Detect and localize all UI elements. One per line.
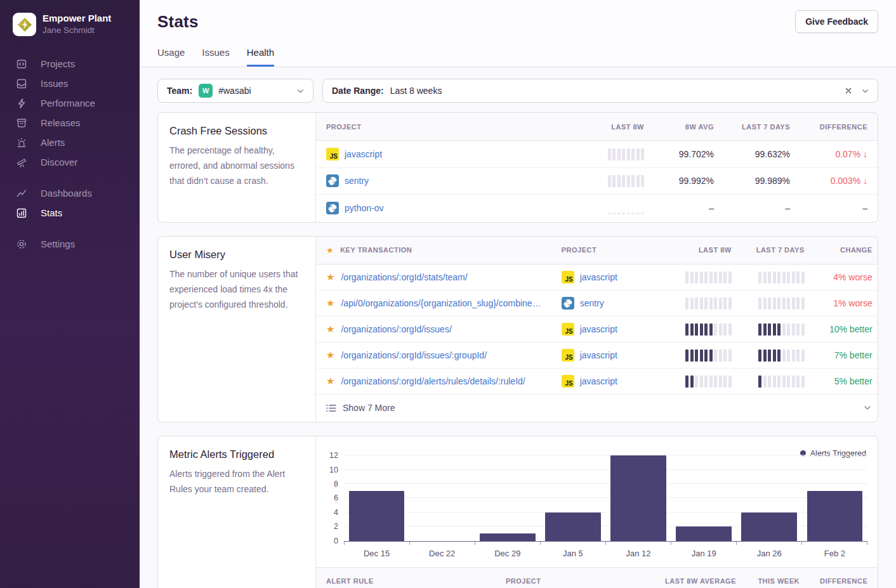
sidebar-item-alerts[interactable]: Alerts (0, 133, 140, 152)
sparkline-bar (700, 271, 703, 284)
project-link[interactable]: sentry (345, 176, 369, 186)
nav-divider (0, 172, 140, 183)
alert-rules-table-header: ALERT RULE PROJECT LAST 8W AVERAGE THIS … (316, 567, 878, 588)
sidebar-item-releases[interactable]: Releases (0, 113, 140, 133)
key-transaction-star-icon[interactable]: ★ (326, 298, 334, 308)
clear-icon[interactable] (844, 86, 853, 95)
sparkline (758, 323, 805, 336)
alerts-chart: Alerts Triggered 024681012 Dec 15Dec 22D… (316, 436, 878, 567)
project-link[interactable]: sentry (580, 298, 604, 308)
sidebar-item-dashboards[interactable]: Dashboards (0, 183, 140, 203)
team-selector[interactable]: Team: W #wasabi (157, 79, 313, 103)
chart-bar-slot (606, 447, 671, 541)
sparkline (685, 271, 732, 284)
sparkline-bar (787, 323, 790, 336)
sparkline (758, 271, 805, 284)
chart-bar[interactable] (349, 491, 405, 540)
give-feedback-button[interactable]: Give Feedback (795, 10, 878, 33)
sparkline-bar (758, 376, 761, 388)
metric-alerts-panel: Metric Alerts Triggered Alerts triggered… (157, 436, 878, 588)
bar-chart-icon (16, 207, 27, 219)
transaction-link[interactable]: /api/0/organizations/{organization_slug}… (341, 298, 541, 308)
transaction-link[interactable]: /organizations/:orgId/stats/team/ (341, 272, 467, 282)
sparkline-bar (768, 376, 771, 388)
lightning-icon (16, 98, 27, 109)
sidebar: Empower Plant Jane Schmidt Projects Issu… (0, 0, 140, 588)
x-axis-label: Dec 29 (475, 549, 540, 558)
sparkline-bar (622, 212, 625, 214)
column-header: LAST 7 DAYS (742, 246, 815, 254)
project-link[interactable]: python-ov (345, 203, 383, 213)
user-misery-description: User Misery The number of unique users t… (158, 237, 316, 422)
x-axis-tick (410, 542, 475, 545)
x-axis-tick (737, 542, 802, 545)
chart-bar[interactable] (610, 455, 666, 540)
key-transaction-star-icon[interactable]: ★ (326, 324, 334, 334)
chart-bar[interactable] (545, 513, 601, 541)
sparkline-bar (704, 376, 708, 388)
chart-bar[interactable] (807, 491, 863, 540)
last7-value: 99.989% (724, 176, 800, 186)
tab-health[interactable]: Health (247, 47, 274, 67)
project-link[interactable]: javascript (580, 324, 617, 334)
project-link[interactable]: javascript (580, 272, 617, 282)
sidebar-item-issues[interactable]: Issues (0, 74, 140, 93)
sidebar-item-settings[interactable]: Settings (0, 234, 140, 254)
tab-issues[interactable]: Issues (202, 47, 229, 67)
sidebar-item-performance[interactable]: Performance (0, 93, 140, 113)
transaction-link[interactable]: /organizations/:orgId/issues/ (341, 324, 451, 334)
sidebar-item-discover[interactable]: Discover (0, 152, 140, 172)
chart-bar[interactable] (676, 526, 732, 540)
column-header: LAST 8W (656, 246, 742, 254)
x-axis-label: Dec 15 (344, 549, 409, 558)
chart-bar[interactable] (741, 513, 797, 541)
org-switcher[interactable]: Empower Plant Jane Schmidt (13, 13, 128, 36)
column-header: 8W AVG (654, 123, 724, 131)
sparkline-bar (641, 212, 644, 214)
sparkline-bar (768, 297, 771, 310)
column-header: LAST 8W AVERAGE (638, 577, 746, 585)
sparkline (685, 297, 732, 310)
sparkline-bar (622, 175, 625, 187)
project-link[interactable]: javascript (580, 376, 617, 386)
table-row: JS javascript 99.702% 99.632% 0.07% ↓ (316, 141, 878, 168)
sparkline-bar (690, 271, 694, 284)
sparkline-bar (723, 271, 727, 284)
chart-bar-slot (802, 447, 867, 541)
sparkline-bar (796, 297, 800, 310)
column-header: LAST 8W (559, 123, 654, 131)
arrow-down-icon: ↓ (863, 176, 867, 186)
transaction-link[interactable]: /organizations/:orgId/issues/:groupId/ (341, 350, 487, 360)
sidebar-item-stats[interactable]: Stats (0, 203, 140, 223)
siren-icon (16, 137, 27, 148)
key-transaction-star-icon[interactable]: ★ (326, 272, 334, 282)
last7-value: 99.632% (724, 149, 800, 159)
x-axis-label: Feb 2 (802, 549, 867, 558)
table-header-row: ★KEY TRANSACTION PROJECT LAST 8W LAST 7 … (316, 237, 878, 265)
table-row: ★ /organizations/:orgId/issues/ JS javas… (316, 317, 878, 343)
sparkline-bar (704, 271, 708, 284)
project-link[interactable]: javascript (580, 350, 617, 360)
chart-bar[interactable] (480, 533, 536, 540)
sparkline-bar (801, 297, 805, 310)
sparkline (758, 375, 805, 388)
project-link[interactable]: javascript (345, 149, 382, 159)
key-transaction-star-icon[interactable]: ★ (326, 376, 334, 386)
python-platform-icon (562, 297, 574, 310)
transaction-link[interactable]: /organizations/:orgId/alerts/rules/detai… (341, 376, 525, 386)
tab-usage[interactable]: Usage (157, 47, 185, 67)
sparkline-bar (627, 212, 630, 214)
sparkline-bar (700, 376, 703, 388)
sparkline-bar (690, 297, 694, 310)
metric-alerts-description: Metric Alerts Triggered Alerts triggered… (158, 436, 316, 588)
key-transaction-star-icon[interactable]: ★ (326, 350, 334, 360)
difference-value: 0.003% ↓ (800, 176, 878, 186)
date-range-selector[interactable]: Date Range: Last 8 weeks (322, 79, 878, 103)
sparkline-bar (801, 350, 805, 362)
sparkline-bar (714, 323, 717, 336)
sparkline-bar (709, 350, 713, 362)
show-more-button[interactable]: Show 7 More (316, 395, 878, 422)
sparkline-bar (612, 148, 616, 160)
sparkline-bar (685, 350, 688, 362)
sidebar-item-projects[interactable]: Projects (0, 54, 140, 74)
